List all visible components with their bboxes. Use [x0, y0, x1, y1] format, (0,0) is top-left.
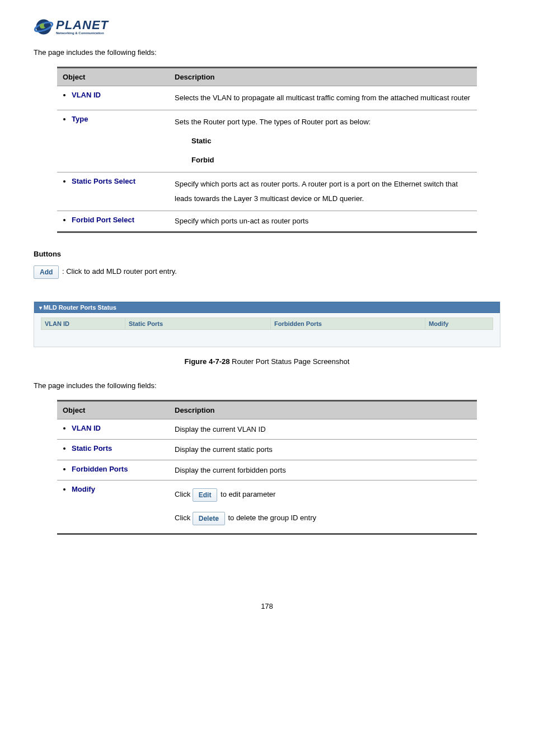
click-post-delete: to delete the group ID entry — [228, 514, 316, 522]
desc2-forbidden-ports: Display the current forbidden ports — [169, 460, 477, 480]
delete-button[interactable]: Delete — [193, 512, 225, 525]
fields-table-1: Object Description VLAN ID Selects the V… — [57, 67, 477, 233]
logo-tagline: Networking & Communication — [56, 31, 109, 35]
opt-forbid: Forbid — [191, 153, 471, 167]
click-pre-edit: Click — [175, 490, 193, 498]
th-description-2: Description — [169, 400, 477, 419]
intro-text-2: The page includes the following fields: — [34, 381, 500, 390]
intro-text-1: The page includes the following fields: — [34, 48, 500, 57]
figure-number: Figure 4-7-28 — [185, 357, 230, 366]
th-object-2: Object — [57, 400, 169, 419]
click-post-edit: to edit parameter — [221, 490, 275, 498]
desc-vlan-id: Selects the VLAN to propagate all multic… — [169, 86, 477, 110]
desc-forbid-port-select: Specify which ports un-act as router por… — [169, 211, 477, 232]
buttons-heading: Buttons — [34, 250, 500, 258]
figure-caption: Figure 4-7-28 Router Port Status Page Sc… — [34, 357, 500, 366]
col-static-ports: Static Ports — [125, 318, 271, 329]
edit-button[interactable]: Edit — [193, 488, 218, 502]
desc-static-ports-select: Specify which ports act as router ports.… — [169, 172, 477, 211]
logo-text: PLANET — [56, 19, 109, 31]
th-object: Object — [57, 68, 169, 86]
add-button[interactable]: Add — [34, 265, 59, 279]
obj-type: Type — [72, 115, 88, 123]
fields-table-2: Object Description VLAN ID Display the c… — [57, 400, 477, 535]
planet-globe-icon — [34, 17, 54, 37]
click-pre-delete: Click — [175, 514, 193, 522]
th-description: Description — [169, 68, 477, 86]
router-port-status-panel: MLD Router Ports Status VLAN ID Static P… — [34, 301, 500, 347]
col-vlan-id: VLAN ID — [41, 318, 125, 329]
obj2-vlan-id: VLAN ID — [72, 424, 101, 432]
desc2-vlan-id: Display the current VLAN ID — [169, 419, 477, 440]
obj-static-ports-select: Static Ports Select — [72, 177, 135, 185]
status-table-header: VLAN ID Static Ports Forbidden Ports Mod… — [41, 318, 493, 330]
page-number: 178 — [34, 602, 500, 610]
obj2-static-ports: Static Ports — [72, 444, 112, 452]
col-modify: Modify — [425, 318, 493, 329]
col-forbidden-ports: Forbidden Ports — [271, 318, 425, 329]
panel-title[interactable]: MLD Router Ports Status — [34, 302, 500, 313]
obj-vlan-id: VLAN ID — [72, 91, 101, 99]
desc2-static-ports: Display the current static ports — [169, 440, 477, 460]
opt-static: Static — [191, 134, 471, 148]
obj2-modify: Modify — [72, 485, 95, 493]
obj2-forbidden-ports: Forbidden Ports — [72, 465, 128, 473]
obj-forbid-port-select: Forbid Port Select — [72, 216, 134, 224]
add-button-text: : Click to add MLD router port entry. — [62, 267, 177, 276]
logo: PLANET Networking & Communication — [34, 17, 500, 37]
desc-type-line: Sets the Router port type. The types of … — [175, 118, 371, 126]
figure-title: Router Port Status Page Screenshot — [230, 357, 350, 366]
